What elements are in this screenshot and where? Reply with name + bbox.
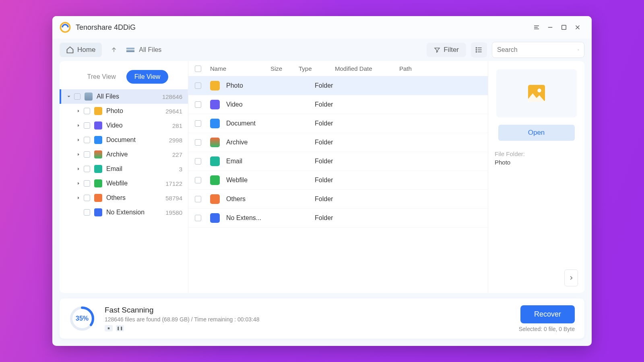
caret-right-icon [76, 137, 81, 143]
tree-item[interactable]: Archive227 [60, 147, 188, 162]
checkbox[interactable] [84, 209, 90, 216]
col-name[interactable]: Name [210, 65, 270, 72]
app-window: Tenorshare 4DDiG Home All Files Filter [52, 16, 592, 346]
checkbox[interactable] [84, 180, 90, 187]
file-type: Folder [315, 158, 351, 165]
file-row[interactable]: EmailFolder [188, 152, 488, 171]
pause-button[interactable]: ❚❚ [116, 325, 124, 331]
tree-item[interactable]: Others58794 [60, 191, 188, 205]
file-name: Photo [226, 82, 287, 89]
progress-percent: 35% [69, 306, 95, 331]
file-name: Document [226, 120, 287, 127]
svg-rect-8 [126, 48, 134, 50]
checkbox[interactable] [74, 93, 80, 100]
maximize-button[interactable] [557, 21, 571, 34]
checkbox[interactable] [195, 215, 201, 221]
stop-button[interactable]: ■ [105, 325, 113, 331]
chevron-right-icon [568, 275, 574, 281]
tree-item-label: Document [106, 136, 169, 144]
category-icon [94, 107, 102, 115]
breadcrumb[interactable]: All Files [126, 46, 161, 53]
tree-item-label: Video [106, 122, 172, 129]
category-icon [94, 194, 102, 202]
file-row[interactable]: PhotoFolder [188, 76, 488, 95]
tree-root-all-files[interactable]: All Files 128646 [60, 89, 188, 104]
file-row[interactable]: ArchiveFolder [188, 133, 488, 152]
file-type: Folder [315, 120, 351, 127]
file-type-icon [210, 213, 220, 223]
scan-subtitle: 128646 files are found (68.89 GB) / Time… [105, 316, 259, 323]
category-icon [94, 165, 102, 173]
view-list-button[interactable] [471, 42, 487, 58]
minimize-button[interactable] [543, 21, 557, 34]
file-type-icon [210, 119, 220, 128]
file-row[interactable]: WebfileFolder [188, 171, 488, 190]
col-size[interactable]: Size [270, 65, 299, 72]
detail-folder-key: File Folder: [495, 150, 578, 157]
tree-item-count: 281 [172, 122, 182, 129]
file-view-tab[interactable]: File View [126, 70, 169, 84]
checkbox[interactable] [84, 137, 90, 143]
filter-button[interactable]: Filter [427, 43, 466, 57]
file-row[interactable]: OthersFolder [188, 190, 488, 209]
tree-item[interactable]: Video281 [60, 118, 188, 133]
file-type: Folder [315, 101, 351, 108]
search-box[interactable] [492, 42, 584, 58]
checkbox[interactable] [84, 195, 90, 201]
home-label: Home [77, 46, 95, 54]
file-name: Webfile [226, 177, 287, 184]
checkbox[interactable] [195, 101, 201, 108]
file-row[interactable]: No Extens...Folder [188, 209, 488, 228]
tree-root-label: All Files [97, 93, 162, 100]
home-icon [66, 46, 74, 54]
checkbox[interactable] [84, 166, 90, 172]
tree-item[interactable]: Webfile17122 [60, 176, 188, 191]
file-row[interactable]: DocumentFolder [188, 114, 488, 133]
checkbox[interactable] [195, 82, 201, 89]
detail-panel: Open File Folder: Photo [488, 61, 584, 293]
up-button[interactable] [107, 43, 121, 57]
file-row[interactable]: VideoFolder [188, 95, 488, 114]
col-modified[interactable]: Modified Date [335, 65, 399, 72]
tree-item-label: Photo [106, 107, 165, 115]
search-icon [578, 46, 579, 53]
category-icon [94, 179, 102, 187]
tree-item[interactable]: Photo29641 [60, 104, 188, 118]
view-toggle: Tree View File View [60, 66, 188, 89]
checkbox[interactable] [195, 139, 201, 146]
tree-root-count: 128646 [162, 93, 182, 100]
checkbox[interactable] [84, 151, 90, 158]
tree-item-count: 58794 [165, 195, 182, 202]
checkbox[interactable] [84, 122, 90, 129]
search-input[interactable] [497, 46, 578, 53]
svg-point-19 [537, 88, 541, 92]
col-type[interactable]: Type [299, 65, 335, 72]
file-name: Video [226, 101, 287, 108]
file-type-icon [210, 81, 220, 90]
svg-point-16 [578, 49, 579, 50]
next-page-button[interactable] [564, 269, 578, 286]
file-type-icon [210, 194, 220, 204]
recover-button[interactable]: Recover [520, 305, 575, 323]
checkbox[interactable] [195, 158, 201, 165]
side-panel: Tree View File View All Files 128646 Pho… [60, 61, 188, 293]
file-type-icon [210, 156, 220, 166]
checkbox[interactable] [84, 108, 90, 114]
drive-icon [126, 46, 135, 53]
scan-info: Fast Scanning 128646 files are found (68… [105, 306, 259, 331]
tree-item-label: Webfile [106, 180, 165, 187]
open-button[interactable]: Open [498, 125, 575, 141]
col-path[interactable]: Path [399, 65, 481, 72]
checkbox[interactable] [195, 177, 201, 183]
menu-button[interactable] [530, 21, 543, 34]
home-button[interactable]: Home [60, 43, 102, 57]
tree-item[interactable]: Email3 [60, 162, 188, 176]
checkbox[interactable] [195, 196, 201, 202]
tree-item-count: 29641 [165, 108, 182, 115]
checkbox[interactable] [195, 120, 201, 127]
select-all-checkbox[interactable] [195, 66, 201, 72]
tree-item[interactable]: No Extension19580 [60, 205, 188, 220]
tree-view-tab[interactable]: Tree View [79, 70, 124, 84]
close-button[interactable] [571, 21, 584, 34]
tree-item[interactable]: Document2998 [60, 133, 188, 147]
